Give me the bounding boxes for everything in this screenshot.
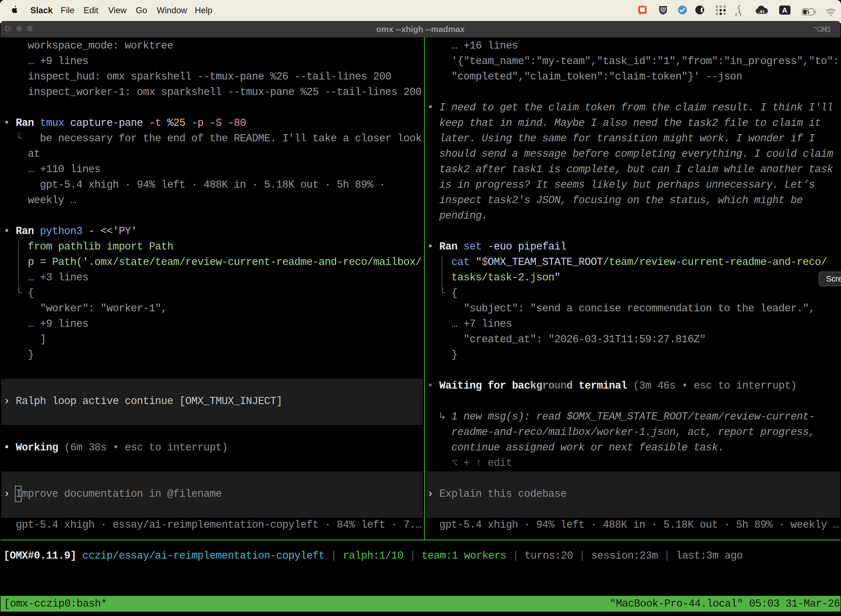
svg-text:A: A: [782, 6, 787, 14]
svg-text:..61: ..61: [757, 9, 765, 14]
